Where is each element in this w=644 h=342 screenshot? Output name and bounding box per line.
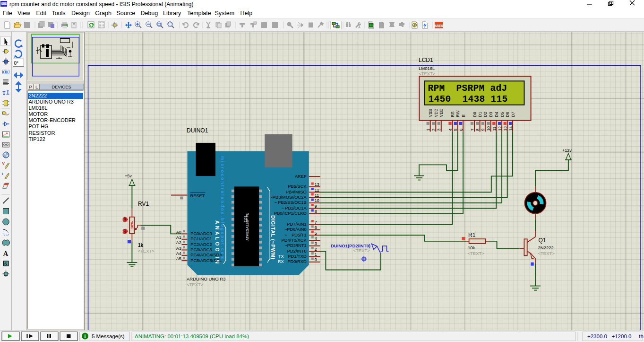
svg-text:A2: A2 [176, 240, 181, 245]
svg-text:2N2222: 2N2222 [538, 245, 554, 250]
svg-text:RPM PSRPM adJ: RPM PSRPM adJ [428, 83, 507, 94]
svg-text:+5v: +5v [125, 174, 132, 178]
svg-text:4: 4 [315, 236, 317, 241]
svg-text:12: 12 [315, 188, 319, 193]
svg-text:Q1: Q1 [539, 237, 546, 244]
svg-text:~ PB2/SS/OC1B: ~ PB2/SS/OC1B [274, 200, 306, 205]
svg-text:13: 13 [503, 126, 507, 131]
svg-text:S: S [4, 262, 7, 266]
svg-text:5: 5 [453, 129, 458, 131]
svg-text:D5: D5 [500, 112, 505, 117]
svg-text:D0: D0 [472, 112, 477, 117]
svg-text:<TEXT>: <TEXT> [419, 71, 436, 76]
svg-text:<TEXT>: <TEXT> [538, 251, 555, 256]
svg-text:A: A [358, 26, 361, 29]
svg-text:1k: 1k [138, 243, 144, 248]
svg-text:microcontrolandos.blogspot.com: microcontrolandos.blogspot.com [220, 156, 225, 261]
svg-text:DIGITAL (~PWM): DIGITAL (~PWM) [270, 215, 276, 259]
svg-text:11: 11 [492, 126, 497, 131]
svg-text:1121: 1121 [244, 216, 247, 222]
svg-text:I: I [2, 172, 3, 176]
svg-text:PD7/AIN1: PD7/AIN1 [287, 222, 306, 227]
svg-text:14: 14 [508, 126, 513, 131]
svg-text:i: i [85, 333, 86, 339]
svg-text:D7: D7 [511, 112, 515, 117]
svg-text:TX: TX [278, 254, 284, 259]
svg-text:LM016L: LM016L [419, 66, 435, 71]
svg-text:D4: D4 [494, 112, 499, 117]
svg-text:V: V [2, 161, 5, 166]
svg-text:7: 7 [315, 220, 317, 225]
svg-text:RS: RS [450, 111, 455, 117]
svg-text:18%: 18% [130, 221, 134, 229]
svg-text:~PD6/AIN0: ~PD6/AIN0 [284, 227, 307, 232]
svg-text:11: 11 [315, 193, 319, 198]
svg-text:PC5/ADC5/SCL: PC5/ADC5/SCL [190, 258, 222, 263]
svg-text:<TEXT>: <TEXT> [353, 248, 370, 253]
svg-text:8: 8 [315, 209, 317, 214]
svg-text:12: 12 [498, 126, 502, 131]
svg-text:1: 1 [315, 252, 317, 257]
svg-text:A: A [3, 250, 9, 257]
svg-text:~ PD5/T1: ~ PD5/T1 [284, 233, 306, 237]
svg-text:0: 0 [315, 257, 317, 262]
svg-text:ARDUINO UNO R3: ARDUINO UNO R3 [187, 276, 225, 281]
svg-text:PB0/ICP1/CLKO: PB0/ICP1/CLKO [274, 211, 307, 216]
svg-text:3: 3 [437, 129, 441, 131]
svg-text:9: 9 [481, 129, 485, 131]
svg-text:6: 6 [315, 225, 317, 230]
svg-text:2: 2 [431, 129, 436, 131]
svg-text:PC3/ADC3: PC3/ADC3 [190, 247, 212, 252]
svg-text:5: 5 [315, 231, 317, 236]
svg-text:1450 1438 115: 1450 1438 115 [429, 94, 508, 105]
svg-text:7: 7 [470, 129, 475, 131]
svg-text:R1: R1 [468, 232, 476, 238]
svg-text:PD4/T0/XCK: PD4/T0/XCK [281, 238, 307, 243]
svg-text:PD1/TXD: PD1/TXD [288, 254, 307, 259]
svg-text:D1: D1 [478, 112, 482, 117]
svg-text:ANIMATING: 00:01:13.409509 (CP: ANIMATING: 00:01:13.409509 (CPU load 84%… [135, 333, 249, 339]
svg-text:A1: A1 [176, 235, 181, 240]
svg-text:PD0/RXD: PD0/RXD [287, 259, 307, 264]
svg-text:E: E [461, 114, 466, 117]
svg-text:1: 1 [426, 129, 430, 131]
svg-text:10: 10 [486, 126, 491, 131]
svg-text:VDD: VDD [434, 109, 438, 117]
svg-text:VEE: VEE [439, 109, 444, 117]
svg-text:LBL: LBL [3, 70, 9, 74]
svg-text:+12v: +12v [562, 148, 572, 153]
svg-text:PB4/MISO: PB4/MISO [286, 190, 307, 194]
svg-text:6: 6 [459, 129, 464, 131]
svg-text:RESET: RESET [190, 193, 205, 198]
svg-text:8: 8 [475, 129, 480, 131]
svg-text:PB5/SCK: PB5/SCK [288, 184, 307, 189]
svg-text:~PD3/INT1: ~PD3/INT1 [284, 243, 306, 248]
svg-text:RX: RX [278, 259, 284, 264]
svg-text:<TEXT>: <TEXT> [138, 248, 155, 254]
svg-text:ARES: ARES [434, 24, 443, 28]
svg-text:10: 10 [315, 198, 319, 203]
svg-text:~ PB1/OC1A: ~ PB1/OC1A [281, 206, 307, 210]
svg-text:9: 9 [315, 204, 317, 209]
svg-text:PC2/ADC2: PC2/ADC2 [190, 242, 212, 247]
svg-text:~PB3/MOSI/OC2A: ~PB3/MOSI/OC2A [270, 195, 307, 200]
svg-text:D6: D6 [505, 112, 510, 117]
svg-text:AREF: AREF [295, 174, 307, 179]
svg-text:+2300.0 +1200.0 th: +2300.0 +1200.0 th [587, 333, 644, 339]
svg-text:10k: 10k [468, 245, 475, 250]
svg-text:RV1: RV1 [138, 201, 149, 207]
svg-text:A3: A3 [176, 246, 181, 251]
svg-text:A4: A4 [176, 251, 181, 256]
svg-text:A5: A5 [176, 256, 181, 261]
svg-text:PC0/ADC0: PC0/ADC0 [190, 231, 212, 236]
svg-text:<TEXT>: <TEXT> [187, 282, 204, 287]
svg-text:DUINO1: DUINO1 [187, 127, 208, 134]
svg-text:LCD1: LCD1 [419, 57, 433, 63]
svg-text:PC1/ADC1: PC1/ADC1 [190, 237, 212, 241]
svg-text:4: 4 [448, 129, 453, 131]
svg-text:PC4/ADC4/SDA: PC4/ADC4/SDA [190, 253, 223, 257]
svg-text:D3: D3 [489, 112, 493, 117]
svg-text:VSS: VSS [428, 109, 433, 117]
svg-text:0°: 0° [14, 61, 19, 66]
svg-text:5 Message(s): 5 Message(s) [92, 333, 125, 339]
